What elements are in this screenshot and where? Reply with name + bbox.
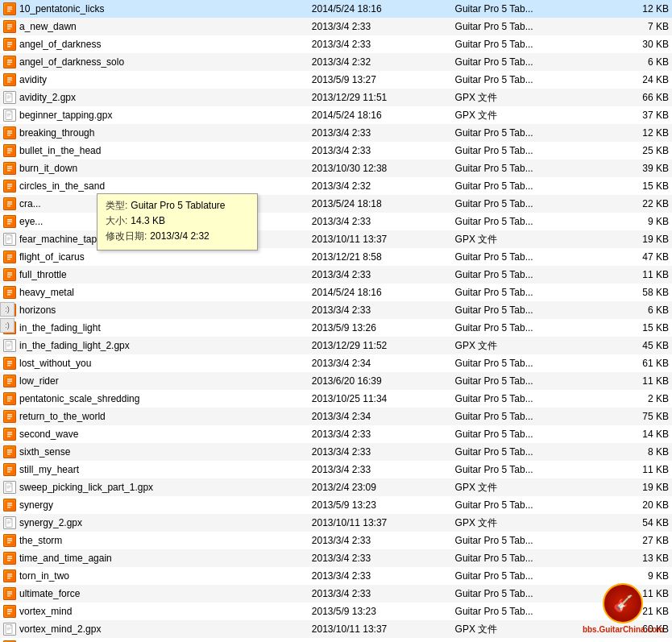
file-icon-gp (3, 375, 16, 387)
svg-rect-139 (7, 591, 12, 593)
table-row[interactable]: full_throttle2013/3/4 2:33Guitar Pro 5 T… (0, 266, 672, 284)
table-row[interactable]: synergy_2.gpx2013/10/11 13:37GPX 文件54 KB (0, 514, 672, 532)
svg-rect-86 (7, 363, 12, 365)
svg-rect-141 (7, 595, 10, 597)
table-row[interactable]: second_wave2013/3/4 2:33Guitar Pro 5 Tab… (0, 425, 672, 443)
tooltip-date-label: 修改日期: (106, 230, 147, 243)
svg-rect-19 (7, 81, 10, 83)
svg-rect-127 (7, 538, 12, 540)
file-name: 10_pentatonic_licks (19, 3, 104, 14)
svg-rect-137 (7, 578, 10, 579)
file-size: 25 KB (606, 142, 672, 159)
table-row[interactable]: breaking_through2013/3/4 2:33Guitar Pro … (0, 124, 672, 142)
svg-rect-13 (7, 60, 12, 61)
file-size: 37 KB (606, 106, 672, 124)
table-row[interactable]: war_march2013/3/4 2:33Guitar Pro 5 Tab..… (0, 638, 672, 642)
file-icon-doc (3, 109, 16, 122)
file-name: in_the_fading_light (19, 322, 101, 333)
left-sidebar: :) :) (0, 302, 15, 333)
file-table: 10_pentatonic_licks2014/5/24 18:16Guitar… (0, 0, 672, 642)
table-row[interactable]: angel_of_darkness_solo2013/3/4 2:32Guita… (0, 53, 672, 71)
table-row[interactable]: beginner_tapping.gpx2014/5/24 18:16GPX 文… (0, 106, 672, 124)
svg-rect-97 (7, 414, 12, 416)
svg-rect-129 (7, 542, 10, 544)
file-size: 15 KB (606, 177, 672, 195)
table-row[interactable]: a_new_dawn2013/3/4 2:33Guitar Pro 5 Tab.… (0, 18, 672, 35)
table-row[interactable]: return_to_the_world2013/3/4 2:34Guitar P… (0, 408, 672, 425)
file-date: 2013/3/4 2:33 (309, 585, 452, 603)
file-type: Guitar Pro 5 Tab... (452, 177, 606, 195)
table-row[interactable]: synergy2013/5/9 13:23Guitar Pro 5 Tab...… (0, 496, 672, 514)
file-size: 6 KB (606, 53, 672, 71)
table-row[interactable]: torn_in_two2013/3/4 2:33Guitar Pro 5 Tab… (0, 567, 672, 585)
table-row[interactable]: in_the_fading_light_2.gpx2013/12/29 11:5… (0, 337, 672, 354)
file-type: Guitar Pro 5 Tab... (452, 284, 606, 301)
table-row[interactable]: avidity2013/5/9 13:27Guitar Pro 5 Tab...… (0, 71, 672, 89)
table-row[interactable]: sweep_picking_lick_part_1.gpx2013/2/4 23… (0, 478, 672, 496)
file-name: cra... (19, 198, 41, 209)
watermark-logo-text: 🎸 (613, 594, 633, 613)
watermark-text: bbs.GuitarChina.com (583, 625, 664, 634)
file-date: 2013/3/4 2:33 (309, 532, 452, 549)
svg-rect-14 (7, 62, 12, 64)
table-row[interactable]: flight_of_icarus2013/12/21 8:58Guitar Pr… (0, 248, 672, 266)
file-name: sweep_picking_lick_part_1.gpx (19, 482, 153, 493)
table-row[interactable]: the_storm2013/3/4 2:33Guitar Pro 5 Tab..… (0, 532, 672, 549)
table-row[interactable]: low_rider2013/6/20 16:39Guitar Pro 5 Tab… (0, 372, 672, 390)
file-size: 8 KB (606, 443, 672, 461)
svg-rect-70 (7, 294, 10, 296)
file-date: 2013/12/21 8:58 (309, 248, 452, 266)
table-row[interactable]: angel_of_darkness2013/3/4 2:33Guitar Pro… (0, 35, 672, 53)
table-row[interactable]: ultimate_force2013/3/4 2:33Guitar Pro 5 … (0, 585, 672, 603)
file-icon-gp (3, 410, 16, 423)
svg-rect-2 (7, 9, 12, 10)
file-icon-gp (3, 268, 16, 281)
table-row[interactable]: in_the_fading_light2013/5/9 13:26Guitar … (0, 319, 672, 337)
file-date: 2014/5/24 18:16 (309, 284, 452, 301)
file-date: 2013/2/4 23:09 (309, 478, 452, 496)
svg-rect-105 (7, 449, 12, 451)
table-row[interactable]: circles_in_the_sand2013/3/4 2:32Guitar P… (0, 177, 672, 195)
table-row[interactable]: still_my_heart2013/3/4 2:33Guitar Pro 5 … (0, 461, 672, 478)
file-name: return_to_the_world (19, 411, 106, 422)
table-row[interactable]: vortex_mind_2.gpx2013/10/11 13:37GPX 文件6… (0, 620, 672, 638)
table-row[interactable]: pentatonic_scale_shredding2013/10/25 11:… (0, 390, 672, 408)
table-row[interactable]: sixth_sense2013/3/4 2:33Guitar Pro 5 Tab… (0, 443, 672, 461)
tooltip-size-value: 14.3 KB (131, 215, 165, 226)
svg-rect-69 (7, 292, 12, 294)
file-size: 58 KB (606, 284, 672, 301)
svg-rect-93 (7, 396, 12, 398)
table-row[interactable]: time_and_time_again2013/3/4 2:33Guitar P… (0, 549, 672, 567)
file-date: 2013/10/11 13:37 (309, 620, 452, 638)
left-icon-1[interactable]: :) (0, 302, 15, 317)
file-name: in_the_fading_light_2.gpx (19, 340, 130, 351)
file-date: 2013/3/4 2:32 (309, 53, 452, 71)
file-size: 11 KB (606, 266, 672, 284)
file-icon-gp (3, 570, 16, 582)
file-name: time_and_time_again (19, 553, 112, 564)
table-row[interactable]: 10_pentatonic_licks2014/5/24 18:16Guitar… (0, 0, 672, 18)
left-icon-2[interactable]: :) (0, 318, 15, 333)
file-type: GPX 文件 (452, 89, 606, 106)
table-row[interactable]: avidity_2.gpx2013/12/29 11:51GPX 文件66 KB (0, 89, 672, 106)
table-row[interactable]: bullet_in_the_head2013/3/4 2:33Guitar Pr… (0, 142, 672, 159)
file-name: pentatonic_scale_shredding (19, 393, 139, 404)
table-row[interactable]: burn_it_down2013/10/30 12:38Guitar Pro 5… (0, 159, 672, 177)
svg-rect-65 (7, 275, 12, 276)
file-size: 75 KB (606, 408, 672, 425)
file-type: Guitar Pro 5 Tab... (452, 71, 606, 89)
file-icon-gp (3, 73, 16, 86)
svg-rect-111 (7, 471, 10, 473)
table-row[interactable]: horizons2013/3/4 2:33Guitar Pro 5 Tab...… (0, 301, 672, 319)
table-row[interactable]: vortex_mind2013/5/9 13:23Guitar Pro 5 Ta… (0, 603, 672, 620)
file-date: 2013/3/4 2:33 (309, 461, 452, 478)
file-date: 2013/5/9 13:23 (309, 603, 452, 620)
table-row[interactable]: lost_without_you2013/3/4 2:34Guitar Pro … (0, 354, 672, 372)
file-name: torn_in_two (19, 570, 69, 582)
file-icon-doc (3, 623, 16, 636)
svg-rect-41 (7, 170, 10, 172)
file-date: 2014/5/24 18:16 (309, 106, 452, 124)
file-date: 2013/3/4 2:34 (309, 408, 452, 425)
table-row[interactable]: heavy_metal2014/5/24 18:16Guitar Pro 5 T… (0, 284, 672, 301)
file-name: vortex_mind_2.gpx (19, 623, 101, 635)
